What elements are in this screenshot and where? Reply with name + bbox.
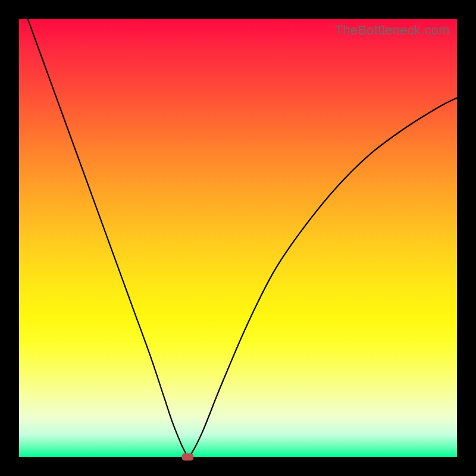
chart-frame: TheBottleneck.com (0, 0, 476, 476)
curve-layer (19, 19, 457, 457)
plot-area: TheBottleneck.com (19, 19, 457, 457)
optimum-marker (181, 453, 193, 461)
bottleneck-curve (28, 19, 457, 457)
